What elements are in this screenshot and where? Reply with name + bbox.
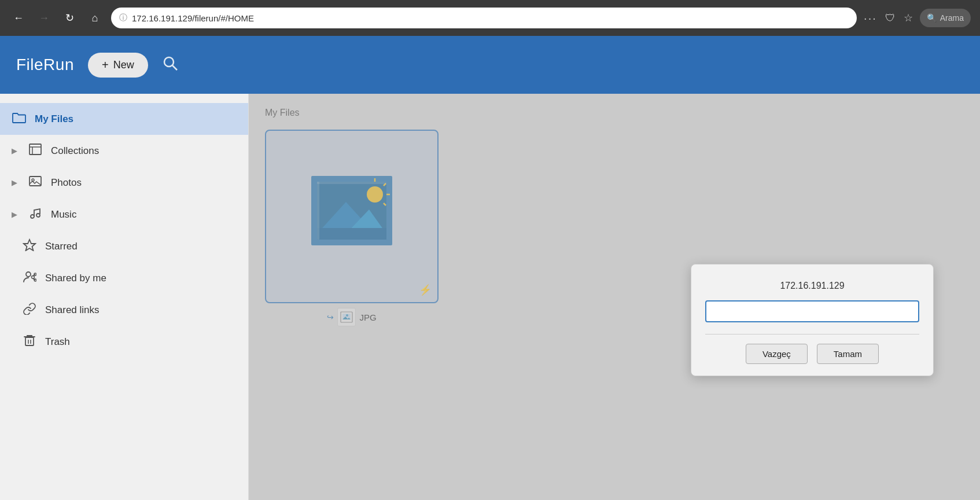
plus-icon: + [102, 58, 109, 72]
new-button[interactable]: + New [88, 53, 148, 78]
svg-point-10 [26, 272, 31, 277]
info-icon: ⓘ [119, 13, 127, 23]
search-button[interactable] [162, 55, 178, 75]
sidebar-item-my-files[interactable]: My Files [0, 103, 248, 135]
dialog-buttons: Vazgeç Tamam [705, 344, 919, 364]
photos-icon [28, 175, 43, 190]
browser-chrome: ← → ↻ ⌂ ⓘ 172.16.191.129/filerun/#/HOME … [0, 0, 980, 36]
collections-label: Collections [51, 145, 99, 157]
search-icon [162, 55, 178, 71]
svg-point-0 [164, 57, 174, 67]
dialog-title: 172.16.191.129 [705, 281, 919, 291]
sidebar-item-photos[interactable]: ▶ Photos [0, 167, 248, 198]
my-files-label: My Files [35, 113, 73, 125]
collections-icon [28, 143, 43, 159]
shared-links-label: Shared links [45, 304, 100, 316]
dialog-overlay: 172.16.191.129 Vazgeç Tamam [249, 94, 980, 500]
reload-button[interactable]: ↻ [60, 9, 79, 27]
dialog-divider [705, 334, 919, 334]
music-label: Music [51, 209, 76, 220]
dialog-ok-button[interactable]: Tamam [817, 344, 879, 364]
dialog-input[interactable] [705, 300, 919, 322]
bookmark-icon[interactable]: ☆ [904, 12, 913, 24]
shield-icon[interactable]: 🛡 [885, 12, 896, 24]
sidebar-item-music[interactable]: ▶ Music [0, 198, 248, 230]
browser-search[interactable]: 🔍 Arama [920, 9, 971, 27]
svg-point-7 [31, 215, 34, 218]
collections-chevron: ▶ [12, 146, 17, 155]
dialog-cancel-button[interactable]: Vazgeç [746, 344, 808, 364]
app-logo: FileRun [16, 56, 74, 74]
photos-label: Photos [51, 177, 82, 189]
search-label: Arama [940, 13, 964, 23]
svg-rect-2 [30, 144, 41, 155]
app-header: FileRun + New [0, 36, 980, 94]
more-icon[interactable]: ··· [864, 12, 877, 25]
shared-by-me-icon [22, 270, 37, 286]
new-label: New [113, 59, 134, 71]
trash-label: Trash [45, 336, 70, 348]
svg-point-13 [32, 276, 35, 279]
dialog-box: 172.16.191.129 Vazgeç Tamam [691, 264, 934, 376]
starred-label: Starred [45, 241, 78, 252]
folder-icon [12, 111, 27, 127]
svg-line-1 [172, 65, 177, 70]
photos-chevron: ▶ [12, 178, 17, 187]
svg-rect-16 [25, 337, 34, 345]
music-chevron: ▶ [12, 210, 17, 219]
trash-icon [22, 334, 37, 350]
sidebar-item-collections[interactable]: ▶ Collections [0, 135, 248, 167]
sidebar: My Files ▶ Collections ▶ [0, 94, 249, 500]
search-icon: 🔍 [927, 13, 937, 23]
music-icon [28, 207, 43, 222]
back-button[interactable]: ← [9, 9, 28, 27]
url-text: 172.16.191.129/filerun/#/HOME [132, 13, 254, 23]
sidebar-item-trash[interactable]: Trash [0, 326, 248, 358]
browser-tools: ··· 🛡 ☆ [864, 12, 913, 25]
svg-point-8 [36, 214, 40, 217]
home-button[interactable]: ⌂ [86, 9, 104, 27]
content-area: My Files [249, 94, 980, 500]
sidebar-item-shared-links[interactable]: Shared links [0, 294, 248, 326]
main-layout: My Files ▶ Collections ▶ [0, 94, 980, 500]
star-icon [22, 238, 37, 254]
forward-button[interactable]: → [35, 9, 53, 27]
shared-by-me-label: Shared by me [45, 273, 106, 284]
shared-links-icon [22, 302, 37, 318]
svg-marker-9 [24, 240, 35, 251]
sidebar-item-starred[interactable]: Starred [0, 230, 248, 262]
sidebar-item-shared-by-me[interactable]: Shared by me [0, 262, 248, 294]
address-bar[interactable]: ⓘ 172.16.191.129/filerun/#/HOME [111, 8, 857, 28]
